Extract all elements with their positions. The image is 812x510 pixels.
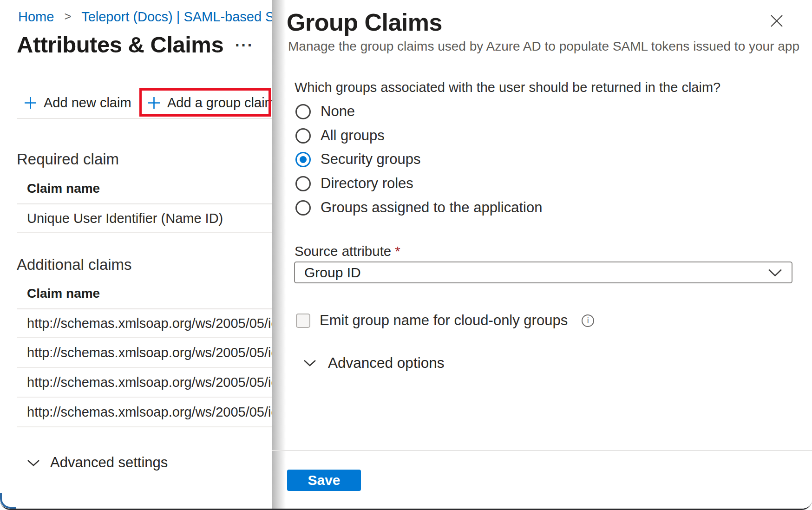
required-claim-heading: Required claim <box>17 150 119 168</box>
additional-claims-heading: Additional claims <box>17 256 132 274</box>
group-claims-question: Which groups associated with the user sh… <box>295 80 720 95</box>
checkbox-label: Emit group name for cloud-only groups <box>320 312 568 329</box>
radio-option-groups-assigned[interactable]: Groups assigned to the application <box>295 199 542 216</box>
page-title: Attributes & Claims <box>17 32 223 58</box>
radio-icon <box>295 128 311 144</box>
advanced-options-label: Advanced options <box>328 354 444 372</box>
radio-option-none[interactable]: None <box>295 103 355 120</box>
required-claim-column-header: Claim name <box>27 181 100 196</box>
breadcrumb: Home > Teleport (Docs) | SAML-based Sign <box>18 9 292 25</box>
radio-option-security-groups[interactable]: Security groups <box>295 151 420 168</box>
radio-icon <box>295 200 311 216</box>
emit-group-name-checkbox[interactable]: Emit group name for cloud-only groups i <box>296 312 594 329</box>
panel-title: Group Claims <box>287 8 442 36</box>
radio-label: Security groups <box>321 151 420 168</box>
add-group-claim-button[interactable]: Add a group claim <box>148 90 276 116</box>
breadcrumb-app-link[interactable]: Teleport (Docs) | SAML-based Sign <box>81 9 292 24</box>
source-attribute-dropdown[interactable]: Group ID <box>294 262 792 283</box>
additional-claims-column-header: Claim name <box>27 286 100 301</box>
close-icon[interactable] <box>770 14 785 29</box>
breadcrumb-chevron-icon: > <box>64 9 71 23</box>
panel-footer-divider <box>272 450 812 451</box>
radio-icon <box>295 176 311 191</box>
dropdown-selected-value: Group ID <box>304 265 768 281</box>
chevron-down-icon <box>768 268 782 277</box>
plus-icon <box>24 97 37 109</box>
breadcrumb-home-link[interactable]: Home <box>18 9 54 24</box>
advanced-settings-toggle[interactable]: Advanced settings <box>27 454 168 471</box>
radio-label: None <box>321 103 355 120</box>
plus-icon <box>148 97 160 109</box>
advanced-options-toggle[interactable]: Advanced options <box>303 354 444 372</box>
radio-label: Groups assigned to the application <box>321 199 542 216</box>
radio-label: All groups <box>321 127 385 144</box>
radio-label: Directory roles <box>321 175 413 192</box>
info-icon[interactable]: i <box>582 314 594 327</box>
advanced-settings-label: Advanced settings <box>50 454 168 471</box>
radio-icon <box>295 104 311 119</box>
window-corner-accent <box>0 493 16 509</box>
radio-option-all-groups[interactable]: All groups <box>295 127 385 144</box>
add-new-claim-button[interactable]: Add new claim <box>24 90 131 116</box>
radio-icon <box>295 152 311 167</box>
add-group-claim-label: Add a group claim <box>167 95 276 111</box>
radio-option-directory-roles[interactable]: Directory roles <box>295 175 413 192</box>
save-button[interactable]: Save <box>287 470 361 491</box>
chevron-down-icon <box>303 359 316 367</box>
source-attribute-label: Source attribute* <box>295 243 400 259</box>
panel-subtitle: Manage the group claims used by Azure AD… <box>288 39 799 54</box>
chevron-down-icon <box>27 459 40 467</box>
more-options-icon[interactable]: ··· <box>235 36 254 54</box>
group-claims-panel: Group Claims Manage the group claims use… <box>272 0 812 510</box>
required-asterisk: * <box>395 243 400 259</box>
browser-window: Home > Teleport (Docs) | SAML-based Sign… <box>0 0 812 510</box>
add-new-claim-label: Add new claim <box>44 95 131 111</box>
checkbox-icon <box>296 314 310 328</box>
